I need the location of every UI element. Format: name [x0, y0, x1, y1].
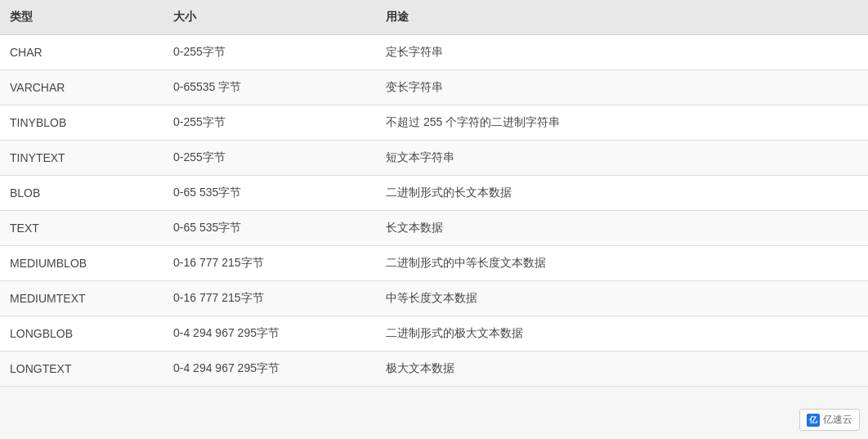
data-table: 类型 大小 用途 CHAR0-255字节定长字符串VARCHAR0-65535 …	[0, 0, 868, 387]
table-row: TEXT0-65 535字节长文本数据	[0, 211, 868, 246]
table-row: VARCHAR0-65535 字节变长字符串	[0, 70, 868, 105]
table-row: TINYBLOB0-255字节不超过 255 个字符的二进制字符串	[0, 105, 868, 141]
cell-size: 0-4 294 967 295字节	[163, 316, 376, 352]
cell-usage: 二进制形式的极大文本数据	[376, 316, 868, 352]
cell-size: 0-255字节	[163, 105, 376, 141]
header-size: 大小	[163, 0, 376, 35]
cell-type: MEDIUMTEXT	[0, 281, 163, 316]
cell-usage: 不超过 255 个字符的二进制字符串	[376, 105, 868, 141]
cell-usage: 极大文本数据	[376, 352, 868, 387]
cell-type: VARCHAR	[0, 70, 163, 105]
cell-type: TINYTEXT	[0, 141, 163, 176]
cell-type: LONGTEXT	[0, 352, 163, 387]
cell-type: LONGBLOB	[0, 316, 163, 352]
header-type: 类型	[0, 0, 163, 35]
table-row: CHAR0-255字节定长字符串	[0, 35, 868, 70]
cell-usage: 定长字符串	[376, 35, 868, 70]
cell-size: 0-255字节	[163, 35, 376, 70]
cell-size: 0-4 294 967 295字节	[163, 352, 376, 387]
cell-size: 0-65 535字节	[163, 176, 376, 211]
table-body: CHAR0-255字节定长字符串VARCHAR0-65535 字节变长字符串TI…	[0, 35, 868, 387]
header-usage: 用途	[376, 0, 868, 35]
cell-usage: 二进制形式的长文本数据	[376, 176, 868, 211]
cell-size: 0-16 777 215字节	[163, 281, 376, 316]
cell-usage: 中等长度文本数据	[376, 281, 868, 316]
table-row: TINYTEXT0-255字节短文本字符串	[0, 141, 868, 176]
cell-size: 0-16 777 215字节	[163, 246, 376, 281]
watermark-label: 亿速云	[823, 413, 852, 427]
cell-usage: 长文本数据	[376, 211, 868, 246]
cell-usage: 变长字符串	[376, 70, 868, 105]
cell-usage: 二进制形式的中等长度文本数据	[376, 246, 868, 281]
table-row: BLOB0-65 535字节二进制形式的长文本数据	[0, 176, 868, 211]
table-row: LONGBLOB0-4 294 967 295字节二进制形式的极大文本数据	[0, 316, 868, 352]
cell-size: 0-65 535字节	[163, 211, 376, 246]
table-row: MEDIUMTEXT0-16 777 215字节中等长度文本数据	[0, 281, 868, 316]
cell-type: TEXT	[0, 211, 163, 246]
cell-size: 0-65535 字节	[163, 70, 376, 105]
cell-type: MEDIUMBLOB	[0, 246, 163, 281]
main-container: 类型 大小 用途 CHAR0-255字节定长字符串VARCHAR0-65535 …	[0, 0, 868, 387]
table-header-row: 类型 大小 用途	[0, 0, 868, 35]
cell-size: 0-255字节	[163, 141, 376, 176]
table-row: MEDIUMBLOB0-16 777 215字节二进制形式的中等长度文本数据	[0, 246, 868, 281]
cell-type: BLOB	[0, 176, 163, 211]
cell-type: CHAR	[0, 35, 163, 70]
table-row: LONGTEXT0-4 294 967 295字节极大文本数据	[0, 352, 868, 387]
cell-type: TINYBLOB	[0, 105, 163, 141]
watermark-icon: 亿	[807, 414, 820, 427]
cell-usage: 短文本字符串	[376, 141, 868, 176]
watermark: 亿 亿速云	[799, 409, 860, 431]
